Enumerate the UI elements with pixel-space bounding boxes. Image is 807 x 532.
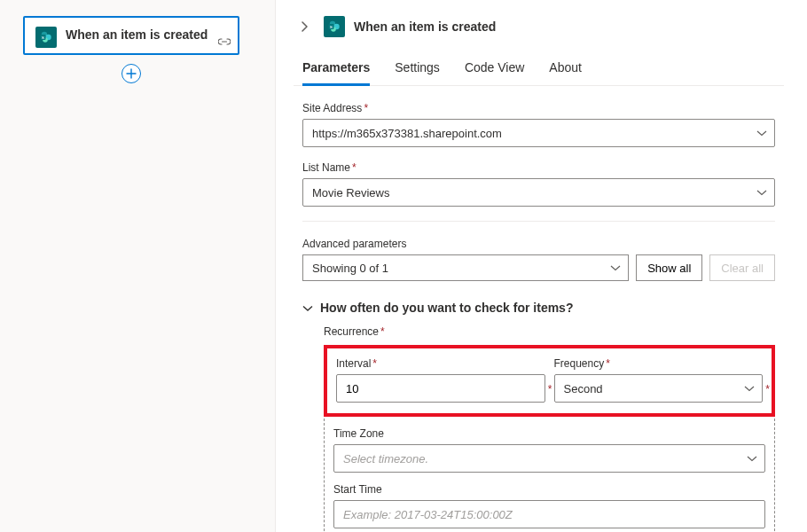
frequency-label: Frequency*	[554, 357, 764, 370]
site-address-value: https://m365x373381.sharepoint.com	[312, 127, 502, 140]
tabs: Parameters Settings Code View About	[294, 55, 784, 86]
interval-label: Interval*	[336, 357, 545, 370]
frequency-select[interactable]: Second	[554, 374, 764, 403]
list-name-select[interactable]: Movie Reviews	[302, 178, 775, 207]
list-name-value: Movie Reviews	[312, 186, 389, 200]
details-pane: S When an item is created Parameters Set…	[275, 0, 807, 532]
recurrence-extra-fields: Time Zone Select timezone. Start Time	[324, 419, 775, 532]
divider	[302, 221, 775, 222]
canvas-pane: S When an item is created	[0, 0, 275, 532]
recurrence-label: Recurrence*	[324, 325, 775, 338]
chevron-down-icon	[756, 186, 767, 200]
chevron-down-icon	[610, 262, 621, 275]
chevron-down-icon	[756, 127, 767, 140]
timezone-label: Time Zone	[333, 427, 765, 440]
advanced-parameters-label: Advanced parameters	[302, 238, 775, 250]
site-address-label: Site Address*	[302, 102, 775, 114]
frequency-value: Second	[564, 382, 603, 395]
tab-parameters[interactable]: Parameters	[302, 55, 370, 86]
chevron-down-icon	[744, 382, 755, 395]
start-time-input[interactable]	[333, 500, 765, 528]
site-address-select[interactable]: https://m365x373381.sharepoint.com	[302, 119, 775, 147]
trigger-card[interactable]: S When an item is created	[23, 16, 239, 55]
sharepoint-icon: S	[35, 27, 57, 48]
advanced-select-value: Showing 0 of 1	[312, 262, 388, 275]
tab-about[interactable]: About	[549, 55, 582, 85]
link-icon	[218, 36, 231, 50]
show-all-button[interactable]: Show all	[636, 254, 702, 281]
clear-all-button: Clear all	[709, 254, 775, 281]
panel-title: When an item is created	[354, 20, 496, 34]
add-step-button[interactable]	[121, 64, 141, 83]
tab-settings[interactable]: Settings	[395, 55, 440, 85]
collapse-button[interactable]	[294, 16, 315, 37]
recurrence-section-title: How often do you want to check for items…	[320, 301, 573, 315]
trigger-card-title: When an item is created	[66, 27, 208, 43]
chevron-down-icon	[302, 301, 313, 315]
chevron-down-icon	[747, 452, 757, 466]
svg-text:S: S	[42, 35, 44, 40]
start-time-label: Start Time	[333, 483, 765, 496]
tab-codeview[interactable]: Code View	[465, 55, 524, 85]
timezone-select[interactable]: Select timezone.	[333, 444, 765, 473]
recurrence-section-toggle[interactable]: How often do you want to check for items…	[294, 301, 784, 315]
highlight-interval-frequency: Interval* * Frequency* Second *	[324, 345, 775, 417]
list-name-label: List Name*	[302, 161, 775, 174]
svg-text:S: S	[330, 25, 333, 29]
sharepoint-icon: S	[324, 16, 345, 37]
advanced-parameters-select[interactable]: Showing 0 of 1	[302, 254, 629, 281]
interval-input[interactable]	[336, 374, 545, 403]
timezone-placeholder: Select timezone.	[343, 452, 428, 466]
